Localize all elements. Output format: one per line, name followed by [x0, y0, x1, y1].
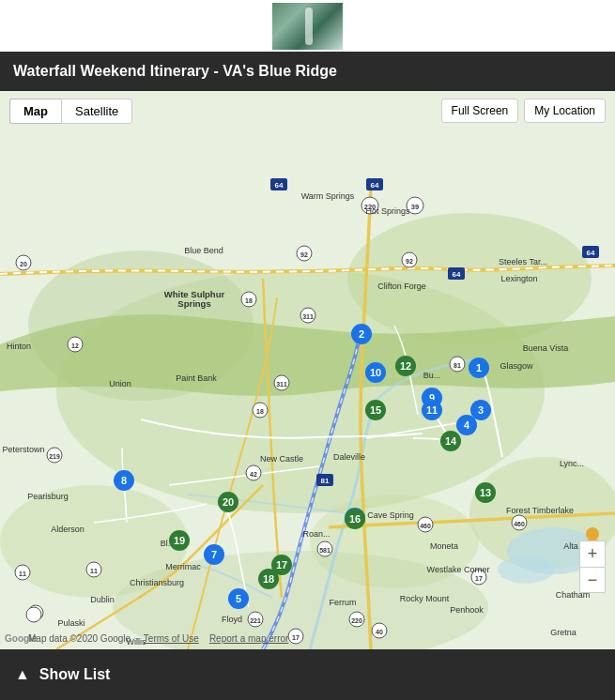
svg-text:Pulaski: Pulaski — [57, 618, 85, 628]
marker-14[interactable]: 14 — [440, 431, 461, 451]
marker-2[interactable]: 2 — [351, 324, 372, 344]
header-image — [0, 0, 615, 52]
marker-13[interactable]: 13 — [475, 482, 496, 503]
svg-text:64: 64 — [371, 181, 379, 190]
svg-text:311: 311 — [302, 313, 314, 320]
svg-text:Floyd: Floyd — [222, 615, 242, 624]
svg-text:Merrimac: Merrimac — [165, 562, 201, 571]
show-list-label: Show List — [39, 666, 111, 683]
svg-text:Peterstown: Peterstown — [2, 445, 44, 454]
marker-1[interactable]: 1 — [469, 358, 489, 378]
svg-text:81: 81 — [321, 477, 330, 485]
svg-text:Glasgow: Glasgow — [500, 361, 533, 371]
map-type-controls: Map Satellite — [9, 99, 132, 124]
terms-of-use-link[interactable]: Terms of Use — [144, 633, 199, 644]
title-bar: Waterfall Weekend Itinerary - VA's Blue … — [0, 52, 615, 91]
report-map-error-link[interactable]: Report a map error — [209, 633, 288, 644]
svg-text:Warm Springs: Warm Springs — [301, 191, 355, 201]
map-type-map-btn[interactable]: Map — [9, 99, 61, 124]
marker-4[interactable]: 4 — [456, 415, 477, 435]
svg-text:Westlake Corner: Westlake Corner — [427, 565, 490, 574]
svg-text:20: 20 — [20, 261, 27, 267]
marker-7[interactable]: 7 — [204, 544, 224, 565]
svg-text:221: 221 — [250, 617, 261, 624]
svg-text:92: 92 — [406, 258, 413, 265]
svg-text:Lexington: Lexington — [500, 274, 537, 283]
svg-text:460: 460 — [420, 523, 431, 529]
marker-20[interactable]: 20 — [218, 492, 238, 512]
svg-text:39: 39 — [411, 203, 419, 211]
svg-text:18: 18 — [256, 408, 264, 415]
svg-text:Blue Bend: Blue Bend — [184, 246, 223, 255]
svg-text:Buena Vista: Buena Vista — [523, 343, 568, 353]
svg-text:Lync...: Lync... — [560, 459, 584, 468]
svg-text:Dublin: Dublin — [90, 595, 115, 604]
svg-text:Christiansburg: Christiansburg — [130, 578, 184, 587]
zoom-in-btn[interactable]: + — [579, 540, 606, 567]
marker-18[interactable]: 18 — [258, 569, 279, 589]
svg-text:Hot Springs: Hot Springs — [365, 206, 410, 216]
my-location-btn[interactable]: My Location — [524, 99, 606, 123]
svg-text:Springs: Springs — [177, 298, 210, 309]
svg-text:18: 18 — [245, 297, 253, 304]
marker-15[interactable]: 15 — [365, 400, 386, 420]
svg-text:17: 17 — [475, 575, 483, 582]
svg-text:311: 311 — [276, 381, 287, 388]
waterfall-thumbnail — [272, 3, 343, 50]
svg-text:219: 219 — [49, 453, 60, 460]
svg-text:64: 64 — [587, 249, 595, 257]
svg-text:Alderson: Alderson — [51, 525, 85, 534]
svg-point-109 — [586, 527, 599, 540]
map-background: 64 64 64 64 81 220 39 92 92 311 42 311 5… — [0, 91, 615, 649]
svg-text:Moneta: Moneta — [430, 541, 458, 551]
svg-text:Steeles Tar...: Steeles Tar... — [499, 257, 547, 266]
svg-point-54 — [26, 607, 41, 622]
svg-text:Rocky Mount: Rocky Mount — [400, 594, 450, 603]
svg-text:92: 92 — [300, 251, 308, 258]
svg-text:17: 17 — [292, 634, 300, 641]
svg-text:11: 11 — [90, 568, 98, 574]
svg-text:Daleville: Daleville — [333, 452, 365, 462]
svg-text:Bu...: Bu... — [423, 371, 441, 380]
bottom-bar[interactable]: ▲ Show List — [0, 649, 615, 700]
svg-point-9 — [498, 555, 554, 584]
svg-text:Clifton Forge: Clifton Forge — [377, 282, 426, 291]
svg-text:Ferrum: Ferrum — [330, 598, 357, 607]
svg-text:11: 11 — [19, 571, 26, 577]
map-attribution: Map data ©2020 Google · Terms of Use Rep… — [28, 633, 288, 644]
svg-text:64: 64 — [275, 181, 284, 190]
svg-text:460: 460 — [514, 521, 525, 527]
svg-text:Cave Spring: Cave Spring — [367, 510, 414, 520]
marker-19[interactable]: 19 — [169, 530, 190, 551]
svg-text:81: 81 — [454, 362, 461, 369]
full-screen-btn[interactable]: Full Screen — [441, 99, 519, 123]
svg-text:Gretna: Gretna — [550, 628, 577, 637]
marker-8[interactable]: 8 — [114, 470, 134, 491]
marker-12[interactable]: 12 — [395, 356, 416, 376]
svg-text:Paint Bank: Paint Bank — [176, 373, 217, 383]
svg-text:New Castle: New Castle — [260, 454, 303, 464]
marker-16[interactable]: 16 — [345, 509, 365, 529]
show-list-arrow-icon: ▲ — [15, 666, 30, 683]
svg-text:12: 12 — [71, 342, 79, 349]
svg-text:581: 581 — [319, 547, 331, 554]
zoom-controls: + − — [579, 540, 606, 593]
svg-text:40: 40 — [376, 629, 383, 635]
zoom-out-btn[interactable]: − — [579, 567, 606, 593]
svg-text:Hinton: Hinton — [7, 342, 31, 351]
svg-text:Forest Timberlake: Forest Timberlake — [506, 506, 574, 515]
svg-text:Union: Union — [109, 379, 131, 388]
map-data-text: Map data ©2020 Google — [28, 633, 131, 644]
marker-11[interactable]: 11 — [422, 400, 442, 420]
marker-5[interactable]: 5 — [228, 588, 249, 609]
svg-text:Roan...: Roan... — [302, 529, 330, 539]
svg-text:Penhook: Penhook — [450, 605, 484, 615]
marker-10[interactable]: 10 — [365, 362, 386, 383]
page-title: Waterfall Weekend Itinerary - VA's Blue … — [13, 63, 337, 80]
svg-text:Alta: Alta — [563, 541, 578, 551]
svg-text:220: 220 — [351, 617, 362, 624]
svg-text:42: 42 — [250, 471, 257, 478]
svg-text:64: 64 — [453, 270, 461, 279]
top-right-controls: Full Screen My Location — [441, 99, 606, 123]
map-type-satellite-btn[interactable]: Satellite — [61, 99, 132, 124]
